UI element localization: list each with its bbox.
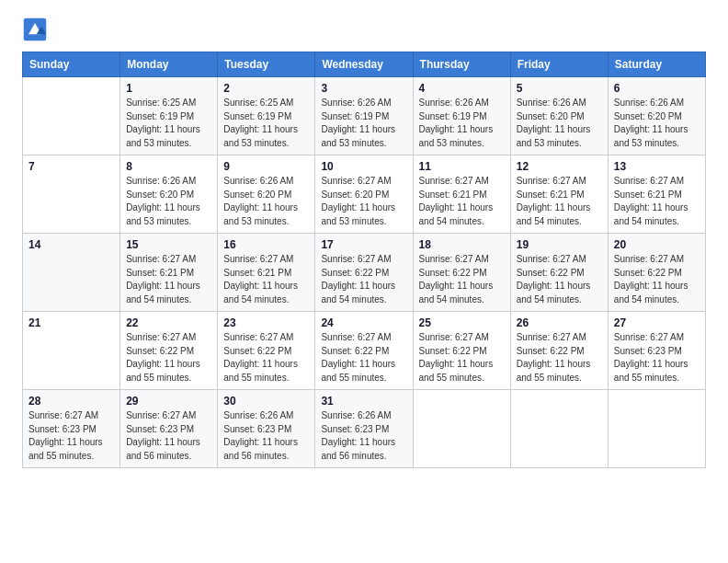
day-number: 11	[419, 160, 505, 173]
calendar-cell: 17Sunrise: 6:27 AM Sunset: 6:22 PM Dayli…	[315, 234, 413, 312]
day-info: Sunrise: 6:26 AM Sunset: 6:19 PM Dayligh…	[321, 97, 406, 150]
day-number: 31	[321, 395, 406, 408]
calendar-cell: 31Sunrise: 6:26 AM Sunset: 6:23 PM Dayli…	[315, 390, 413, 468]
day-info: Sunrise: 6:27 AM Sunset: 6:22 PM Dayligh…	[321, 253, 406, 306]
day-number: 13	[614, 160, 700, 173]
calendar-cell: 6Sunrise: 6:26 AM Sunset: 6:20 PM Daylig…	[608, 77, 705, 155]
day-info: Sunrise: 6:27 AM Sunset: 6:20 PM Dayligh…	[321, 175, 406, 228]
logo-icon	[22, 17, 48, 42]
day-number: 30	[223, 395, 309, 408]
day-number: 7	[28, 160, 114, 173]
day-number: 19	[517, 238, 602, 251]
weekday-header-tuesday: Tuesday	[218, 52, 315, 77]
calendar-week-4: 2122Sunrise: 6:27 AM Sunset: 6:22 PM Day…	[23, 312, 706, 390]
day-info: Sunrise: 6:25 AM Sunset: 6:19 PM Dayligh…	[126, 97, 211, 150]
day-number: 1	[126, 82, 211, 95]
calendar-cell: 16Sunrise: 6:27 AM Sunset: 6:21 PM Dayli…	[218, 234, 315, 312]
calendar-table: SundayMondayTuesdayWednesdayThursdayFrid…	[22, 52, 706, 468]
calendar-cell: 3Sunrise: 6:26 AM Sunset: 6:19 PM Daylig…	[315, 77, 413, 155]
day-number: 27	[614, 316, 700, 329]
day-info: Sunrise: 6:27 AM Sunset: 6:23 PM Dayligh…	[126, 409, 211, 463]
day-number: 5	[517, 82, 602, 95]
calendar-cell: 14	[23, 234, 120, 312]
day-info: Sunrise: 6:27 AM Sunset: 6:21 PM Dayligh…	[517, 175, 602, 228]
day-number: 14	[28, 238, 114, 251]
calendar-cell: 1Sunrise: 6:25 AM Sunset: 6:19 PM Daylig…	[120, 77, 218, 155]
day-number: 21	[28, 316, 114, 329]
day-number: 15	[126, 238, 211, 251]
day-number: 18	[419, 238, 505, 251]
day-info: Sunrise: 6:26 AM Sunset: 6:20 PM Dayligh…	[126, 175, 211, 228]
weekday-header-monday: Monday	[120, 52, 218, 77]
day-number: 23	[223, 316, 309, 329]
day-number: 10	[321, 160, 406, 173]
calendar-cell: 25Sunrise: 6:27 AM Sunset: 6:22 PM Dayli…	[413, 312, 510, 390]
calendar-week-2: 78Sunrise: 6:26 AM Sunset: 6:20 PM Dayli…	[23, 155, 706, 234]
day-number: 26	[517, 316, 602, 329]
calendar-cell: 23Sunrise: 6:27 AM Sunset: 6:22 PM Dayli…	[218, 312, 315, 390]
calendar-cell	[608, 390, 705, 468]
calendar-cell	[413, 390, 510, 468]
day-info: Sunrise: 6:27 AM Sunset: 6:22 PM Dayligh…	[321, 331, 406, 385]
calendar-body: 1Sunrise: 6:25 AM Sunset: 6:19 PM Daylig…	[23, 77, 706, 468]
day-info: Sunrise: 6:27 AM Sunset: 6:22 PM Dayligh…	[419, 331, 505, 385]
calendar-cell: 27Sunrise: 6:27 AM Sunset: 6:23 PM Dayli…	[608, 312, 705, 390]
calendar-week-5: 28Sunrise: 6:27 AM Sunset: 6:23 PM Dayli…	[23, 390, 706, 468]
day-info: Sunrise: 6:26 AM Sunset: 6:20 PM Dayligh…	[517, 97, 602, 150]
day-number: 16	[223, 238, 309, 251]
day-info: Sunrise: 6:27 AM Sunset: 6:21 PM Dayligh…	[614, 175, 700, 228]
calendar-cell: 26Sunrise: 6:27 AM Sunset: 6:22 PM Dayli…	[510, 312, 608, 390]
day-number: 25	[419, 316, 505, 329]
day-info: Sunrise: 6:26 AM Sunset: 6:23 PM Dayligh…	[321, 409, 406, 463]
calendar-cell: 10Sunrise: 6:27 AM Sunset: 6:20 PM Dayli…	[315, 155, 413, 234]
weekday-header-wednesday: Wednesday	[315, 52, 413, 77]
day-info: Sunrise: 6:27 AM Sunset: 6:23 PM Dayligh…	[614, 331, 700, 385]
day-info: Sunrise: 6:27 AM Sunset: 6:22 PM Dayligh…	[517, 331, 602, 385]
day-number: 2	[223, 82, 309, 95]
day-info: Sunrise: 6:25 AM Sunset: 6:19 PM Dayligh…	[223, 97, 309, 150]
day-info: Sunrise: 6:27 AM Sunset: 6:22 PM Dayligh…	[126, 331, 211, 385]
calendar-cell: 24Sunrise: 6:27 AM Sunset: 6:22 PM Dayli…	[315, 312, 413, 390]
day-number: 3	[321, 82, 406, 95]
day-info: Sunrise: 6:27 AM Sunset: 6:21 PM Dayligh…	[126, 253, 211, 306]
calendar-cell	[23, 77, 120, 155]
calendar-cell: 29Sunrise: 6:27 AM Sunset: 6:23 PM Dayli…	[120, 390, 218, 468]
calendar-cell: 11Sunrise: 6:27 AM Sunset: 6:21 PM Dayli…	[413, 155, 510, 234]
calendar-cell: 5Sunrise: 6:26 AM Sunset: 6:20 PM Daylig…	[510, 77, 608, 155]
day-info: Sunrise: 6:27 AM Sunset: 6:22 PM Dayligh…	[419, 253, 505, 306]
day-number: 24	[321, 316, 406, 329]
day-number: 9	[223, 160, 309, 173]
day-info: Sunrise: 6:27 AM Sunset: 6:23 PM Dayligh…	[28, 409, 114, 463]
day-number: 4	[419, 82, 505, 95]
logo	[22, 17, 50, 42]
day-number: 6	[614, 82, 700, 95]
day-number: 29	[126, 395, 211, 408]
day-number: 28	[28, 395, 114, 408]
calendar-week-1: 1Sunrise: 6:25 AM Sunset: 6:19 PM Daylig…	[23, 77, 706, 155]
day-info: Sunrise: 6:27 AM Sunset: 6:22 PM Dayligh…	[223, 331, 309, 385]
calendar-cell: 20Sunrise: 6:27 AM Sunset: 6:22 PM Dayli…	[608, 234, 705, 312]
page: SundayMondayTuesdayWednesdayThursdayFrid…	[0, 0, 728, 563]
day-number: 22	[126, 316, 211, 329]
day-number: 20	[614, 238, 700, 251]
calendar-cell: 19Sunrise: 6:27 AM Sunset: 6:22 PM Dayli…	[510, 234, 608, 312]
calendar-cell: 2Sunrise: 6:25 AM Sunset: 6:19 PM Daylig…	[218, 77, 315, 155]
day-info: Sunrise: 6:26 AM Sunset: 6:23 PM Dayligh…	[223, 409, 309, 463]
day-info: Sunrise: 6:26 AM Sunset: 6:20 PM Dayligh…	[614, 97, 700, 150]
calendar-cell: 12Sunrise: 6:27 AM Sunset: 6:21 PM Dayli…	[510, 155, 608, 234]
calendar-cell: 8Sunrise: 6:26 AM Sunset: 6:20 PM Daylig…	[120, 155, 218, 234]
day-number: 12	[517, 160, 602, 173]
calendar-cell	[510, 390, 608, 468]
calendar-cell: 4Sunrise: 6:26 AM Sunset: 6:19 PM Daylig…	[413, 77, 510, 155]
day-info: Sunrise: 6:26 AM Sunset: 6:19 PM Dayligh…	[419, 97, 505, 150]
calendar-week-3: 1415Sunrise: 6:27 AM Sunset: 6:21 PM Day…	[23, 234, 706, 312]
day-info: Sunrise: 6:27 AM Sunset: 6:21 PM Dayligh…	[223, 253, 309, 306]
calendar-cell: 30Sunrise: 6:26 AM Sunset: 6:23 PM Dayli…	[218, 390, 315, 468]
weekday-header-friday: Friday	[510, 52, 608, 77]
day-info: Sunrise: 6:26 AM Sunset: 6:20 PM Dayligh…	[223, 175, 309, 228]
calendar-cell: 21	[23, 312, 120, 390]
day-number: 8	[126, 160, 211, 173]
day-info: Sunrise: 6:27 AM Sunset: 6:22 PM Dayligh…	[517, 253, 602, 306]
day-number: 17	[321, 238, 406, 251]
header	[22, 17, 706, 42]
